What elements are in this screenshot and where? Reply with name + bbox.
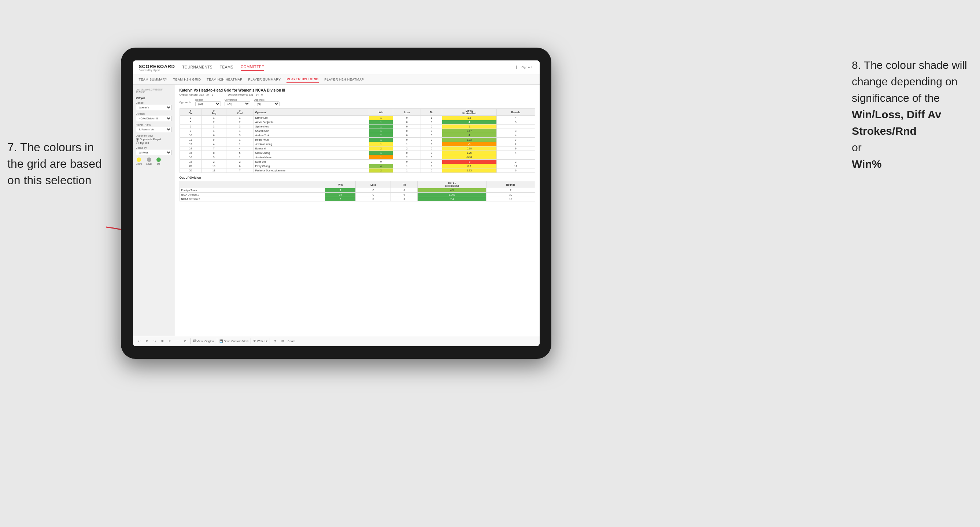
toolbar-watch[interactable]: 👁 Watch ▾: [253, 340, 267, 343]
toolbar-grid[interactable]: ⊞: [160, 339, 165, 343]
sign-out-button[interactable]: Sign out: [520, 65, 533, 70]
cell-opponent: Alexis Sudjianto: [253, 120, 369, 124]
table-row: 5 2 2 Alexis Sudjianto 1 0 0 4 3: [180, 120, 535, 124]
table-cell: 0: [393, 138, 421, 142]
filter-region-label: Region: [195, 98, 221, 101]
table-row: 10 6 3 Andrea York 2 0 0 4 4: [180, 133, 535, 138]
toolbar-icon1[interactable]: ⊟: [272, 339, 278, 343]
cell-reg: 11: [202, 168, 226, 173]
bottom-toolbar: ↩ ⟳ ↪ ⊞ ✂ ··· ⊙ 🖼 View: Original 💾 Save …: [133, 336, 539, 346]
sub-nav-player-h2h-grid[interactable]: PLAYER H2H GRID: [286, 76, 318, 83]
cell-opponent: Emily Chang: [253, 164, 369, 168]
filter-opponent-label: Opponent: [254, 98, 280, 101]
table-cell: 1: [369, 138, 393, 142]
annotation-right: 8. The colour shade will change dependin…: [852, 57, 969, 172]
sidebar-division-label: Division: [136, 113, 172, 115]
sidebar-radio-opponents-played[interactable]: Opponents Played: [136, 138, 172, 141]
sidebar-player-rank-select[interactable]: 8. Katelyn Vo: [136, 127, 172, 132]
sidebar-division-select[interactable]: NCAA Division III: [136, 116, 172, 121]
radio-dot-opponents: [136, 138, 139, 141]
th-ood-loss: Loss: [356, 181, 391, 188]
grid-title: Katelyn Vo Head-to-Head Grid for Women's…: [180, 88, 535, 92]
filter-region-select[interactable]: (All): [195, 102, 221, 106]
filter-conference-label: Conference: [224, 98, 250, 101]
sidebar-radio-top100[interactable]: Top 100: [136, 141, 172, 144]
cell-rounds: 9: [496, 146, 535, 151]
table-cell: 15: [325, 193, 356, 197]
nav-item-tournaments[interactable]: TOURNAMENTS: [182, 64, 213, 71]
cell-reg: 3: [202, 155, 226, 160]
sidebar-colour-by-select[interactable]: Win/loss: [136, 150, 172, 155]
cell-ood-rounds: 30: [487, 193, 535, 197]
cell-conf: 5: [226, 151, 253, 155]
sub-nav-team-h2h-grid[interactable]: TEAM H2H GRID: [173, 76, 201, 83]
toolbar-forward[interactable]: ↪: [152, 339, 158, 343]
legend-level: Level: [146, 157, 152, 165]
table-cell: 0: [393, 151, 421, 155]
table-cell: 0: [393, 116, 421, 120]
toolbar-redo[interactable]: ⟳: [144, 339, 150, 343]
table-cell: 0: [421, 120, 442, 124]
cell-opponent: Stella Cheng: [253, 151, 369, 155]
th-ood-diff: Diff AvStrokes/Rnd: [418, 181, 487, 188]
cell-conf: 1: [226, 138, 253, 142]
cell-conf: 6: [226, 164, 253, 168]
cell-div: 11: [180, 138, 202, 142]
toolbar-icon2[interactable]: ⊠: [280, 339, 285, 343]
th-win: Win: [369, 109, 393, 116]
table-row: 20 11 7 Federica Domecq Lacroze 2 1 0 1.…: [180, 168, 535, 173]
cell-rounds: 2: [496, 142, 535, 146]
sidebar-gender-select[interactable]: Women's: [136, 105, 172, 110]
filter-opponent: Opponent (All): [254, 98, 280, 106]
division-record: Division Record: 331 - 34 - 6: [228, 93, 262, 96]
cell-conf: 1: [226, 142, 253, 146]
cell-rounds: 6: [496, 168, 535, 173]
sub-nav-team-h2h-heatmap[interactable]: TEAM H2H HEATMAP: [207, 76, 242, 83]
legend-row: Down Level Up: [136, 157, 172, 165]
table-cell: 4: [442, 120, 496, 124]
table-cell: 0: [421, 151, 442, 155]
cell-opponent: Federica Domecq Lacroze: [253, 168, 369, 173]
nav-item-committee[interactable]: COMMITTEE: [241, 63, 264, 71]
cell-rounds: [496, 155, 535, 160]
sidebar-timestamp: Last Updated: 27/03/2024 16:55:38: [136, 88, 172, 94]
cell-opponent: Sydney Kuo: [253, 124, 369, 129]
sidebar-radio-group: Opponents Played Top 100: [136, 138, 172, 144]
table-cell: 1: [369, 116, 393, 120]
filter-opponent-select[interactable]: (All): [254, 102, 280, 106]
nav-separator: |: [516, 65, 517, 69]
sub-nav-player-summary[interactable]: PLAYER SUMMARY: [248, 76, 281, 83]
table-cell: 3.67: [442, 129, 496, 133]
table-cell: 9.267: [418, 193, 487, 197]
table-cell: 2: [369, 133, 393, 138]
toolbar-cut[interactable]: ✂: [167, 339, 173, 343]
sub-nav-player-h2h-heatmap[interactable]: PLAYER H2H HEATMAP: [325, 76, 364, 83]
toolbar-undo[interactable]: ↩: [137, 339, 142, 343]
cell-opponent: Jessica Huang: [253, 142, 369, 146]
toolbar-share[interactable]: Share: [288, 340, 295, 343]
sub-nav-team-summary[interactable]: TEAM SUMMARY: [139, 76, 167, 83]
th-loss: Loss: [393, 109, 421, 116]
legend-dot-down: [137, 157, 141, 162]
sidebar-gender-field: Gender Women's: [136, 102, 172, 110]
cell-reg: 1: [202, 116, 226, 120]
sidebar-colour-by-field: Colour by Win/loss: [136, 146, 172, 155]
table-cell: 1: [369, 151, 393, 155]
nav-item-teams[interactable]: TEAMS: [220, 64, 233, 71]
toolbar-save-custom[interactable]: 💾 Save Custom View: [220, 340, 249, 343]
toolbar-circle[interactable]: ⊙: [183, 339, 188, 343]
table-cell: 0: [369, 160, 393, 164]
cell-conf: 1: [226, 116, 253, 120]
toolbar-view-original[interactable]: 🖼 View: Original: [193, 340, 214, 343]
th-ood-win: Win: [325, 181, 356, 188]
filter-conference-select[interactable]: (All): [224, 102, 250, 106]
sidebar-player-rank-field: Player (Rank) 8. Katelyn Vo: [136, 124, 172, 132]
cell-conf: 2: [226, 160, 253, 164]
cell-div: 6: [180, 124, 202, 129]
table-cell: 0: [393, 129, 421, 133]
table-cell: 7.4: [418, 197, 487, 202]
cell-div: 9: [180, 129, 202, 133]
legend-label-level: Level: [146, 163, 152, 165]
table-cell: 1.25: [442, 151, 496, 155]
toolbar-dots[interactable]: ···: [175, 339, 181, 343]
